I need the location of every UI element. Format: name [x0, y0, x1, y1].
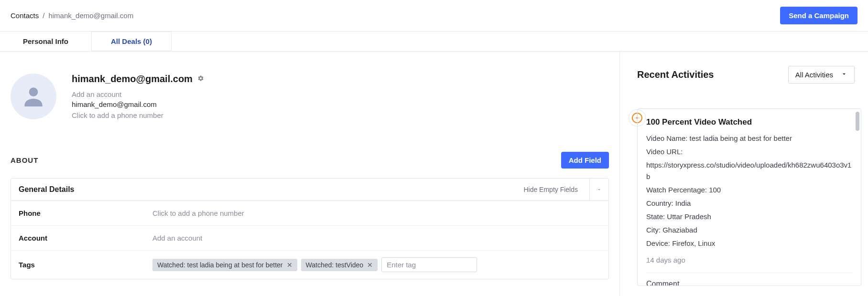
activity-card: 100 Percent Video Watched Video Name: te… — [637, 108, 861, 286]
recent-activities-header: Recent Activities All Activities — [637, 66, 868, 84]
tags-label: Tags — [19, 261, 152, 269]
tag-chip[interactable]: Watched: test ladia being at best for be… — [152, 259, 297, 271]
left-column: himank_demo@gmail.com Add an account him… — [0, 52, 619, 296]
recent-activities-heading: Recent Activities — [637, 69, 714, 80]
collapse-toggle[interactable] — [589, 179, 608, 201]
profile-header: himank_demo@gmail.com Add an account him… — [11, 74, 619, 119]
contact-email: himank_demo@gmail.com — [72, 100, 204, 108]
phone-value[interactable]: Click to add a phone number — [152, 209, 601, 217]
scrollbar-thumb[interactable] — [856, 112, 859, 131]
row-phone: Phone Click to add a phone number — [11, 201, 608, 226]
send-campaign-button[interactable]: Send a Campaign — [780, 7, 857, 24]
tag-remove-icon[interactable]: ✕ — [367, 261, 373, 269]
tag-label: Watched: testVideo — [306, 261, 364, 269]
about-header: ABOUT Add Field — [11, 152, 609, 169]
phone-label: Phone — [19, 209, 152, 217]
breadcrumb-current: himank_demo@gmail.com — [48, 11, 133, 20]
account-value[interactable]: Add an account — [152, 234, 601, 242]
add-account-link[interactable]: Add an account — [72, 90, 204, 98]
tag-chip[interactable]: Watched: testVideo ✕ — [301, 259, 378, 271]
svg-point-0 — [29, 87, 38, 96]
hide-empty-fields-toggle[interactable]: Hide Empty Fields — [523, 186, 578, 193]
profile-text: himank_demo@gmail.com Add an account him… — [72, 74, 204, 119]
tab-all-deals[interactable]: All Deals (0) — [92, 32, 172, 51]
account-label: Account — [19, 234, 152, 242]
activity-device: Device: Firefox, Linux — [646, 238, 852, 249]
tab-personal-info[interactable]: Personal Info — [0, 32, 92, 51]
breadcrumb-separator: / — [43, 11, 44, 20]
person-icon — [20, 83, 47, 110]
timeline: 100 Percent Video Watched Video Name: te… — [637, 89, 868, 286]
chevron-down-icon — [597, 185, 601, 194]
add-field-button[interactable]: Add Field — [561, 152, 609, 169]
activity-watch-pct: Watch Percentage: 100 — [646, 184, 852, 196]
activity-scroll-area[interactable]: 100 Percent Video Watched Video Name: te… — [638, 109, 861, 285]
tab-bar: Personal Info All Deals (0) — [0, 32, 868, 52]
activity-timestamp: 14 days ago — [646, 256, 852, 264]
activity-state: State: Uttar Pradesh — [646, 211, 852, 222]
add-phone-link[interactable]: Click to add a phone number — [72, 111, 204, 119]
breadcrumb: Contacts / himank_demo@gmail.com — [11, 11, 133, 20]
avatar — [11, 74, 56, 119]
scrollbar[interactable] — [854, 111, 861, 284]
contact-title: himank_demo@gmail.com — [72, 74, 193, 85]
tag-label: Watched: test ladia being at best for be… — [157, 261, 283, 269]
activity-city: City: Ghaziabad — [646, 224, 852, 236]
activity-video-name: Video Name: test ladia being at best for… — [646, 133, 852, 144]
breadcrumb-root[interactable]: Contacts — [11, 11, 39, 20]
activity-country: Country: India — [646, 198, 852, 209]
tag-remove-icon[interactable]: ✕ — [287, 261, 293, 269]
gear-icon[interactable] — [197, 75, 204, 83]
activity-video-url: https://storyxpress.co/studio/video/uplo… — [646, 159, 852, 182]
activity-video-url-label: Video URL: — [646, 146, 852, 158]
row-tags: Tags Watched: test ladia being at best f… — [11, 251, 608, 279]
general-details-card: General Details Hide Empty Fields Phone … — [11, 178, 609, 279]
tags-cell: Watched: test ladia being at best for be… — [152, 257, 601, 272]
activities-filter-select[interactable]: All Activities — [788, 66, 855, 84]
page-header: Contacts / himank_demo@gmail.com Send a … — [0, 0, 868, 32]
caret-down-icon — [841, 71, 847, 79]
activities-filter-value: All Activities — [795, 71, 833, 79]
activity-comment-heading[interactable]: Comment — [646, 273, 852, 285]
activity-title: 100 Percent Video Watched — [646, 117, 852, 127]
right-column: Recent Activities All Activities 100 Per… — [619, 52, 868, 296]
general-details-header: General Details Hide Empty Fields — [11, 179, 608, 201]
row-account: Account Add an account — [11, 226, 608, 251]
content-wrapper: himank_demo@gmail.com Add an account him… — [0, 52, 868, 296]
about-heading: ABOUT — [11, 156, 38, 164]
general-details-title: General Details — [19, 185, 75, 194]
tag-input[interactable] — [381, 257, 477, 272]
